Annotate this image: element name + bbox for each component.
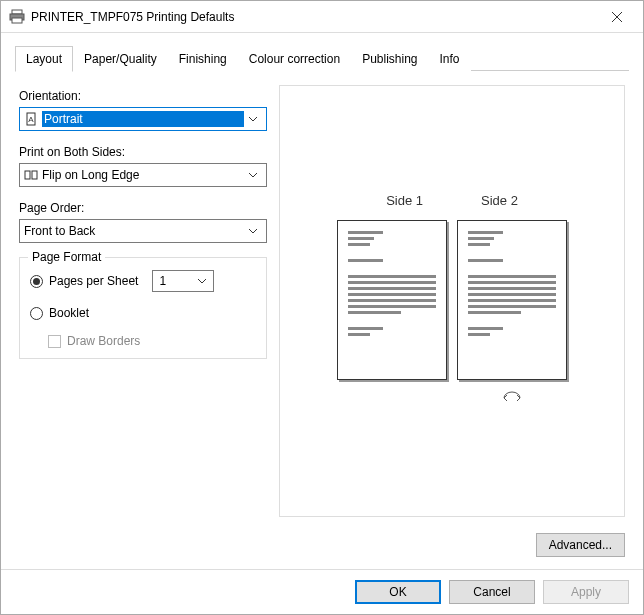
- printer-icon: [9, 9, 25, 25]
- portrait-icon: A: [24, 112, 38, 126]
- pages-per-sheet-radio-row[interactable]: Pages per Sheet 1: [30, 270, 256, 292]
- preview-page-2: [457, 220, 567, 380]
- dialog-footer: OK Cancel Apply: [1, 569, 643, 614]
- svg-rect-2: [12, 18, 22, 23]
- booklet-radio[interactable]: [30, 307, 43, 320]
- settings-column: Orientation: A Portrait Print on Both Si…: [19, 85, 267, 517]
- svg-rect-8: [32, 171, 37, 179]
- tab-colour-correction[interactable]: Colour correction: [238, 46, 351, 71]
- preview-pane: Side 1 Side 2: [279, 85, 625, 517]
- flip-long-edge-icon: [24, 168, 38, 182]
- pages-per-sheet-label: Pages per Sheet: [49, 274, 138, 288]
- dialog-window: PRINTER_TMPF075 Printing Defaults Layout…: [0, 0, 644, 615]
- orientation-value: Portrait: [42, 111, 244, 127]
- orientation-label: Orientation:: [19, 89, 267, 103]
- page-format-group: Page Format Pages per Sheet 1 Booklet: [19, 257, 267, 359]
- pages-per-sheet-radio[interactable]: [30, 275, 43, 288]
- page-order-value: Front to Back: [24, 224, 244, 238]
- preview-column: Side 1 Side 2: [279, 85, 625, 517]
- booklet-label: Booklet: [49, 306, 89, 320]
- preview-pages: [337, 220, 567, 380]
- side1-label: Side 1: [386, 193, 423, 208]
- draw-borders-row: Draw Borders: [48, 334, 256, 348]
- tab-paper-quality[interactable]: Paper/Quality: [73, 46, 168, 71]
- window-title: PRINTER_TMPF075 Printing Defaults: [31, 10, 597, 24]
- chevron-down-icon: [195, 279, 209, 284]
- ok-button[interactable]: OK: [355, 580, 441, 604]
- booklet-radio-row[interactable]: Booklet: [30, 306, 256, 320]
- draw-borders-label: Draw Borders: [67, 334, 140, 348]
- duplex-label: Print on Both Sides:: [19, 145, 267, 159]
- content-area: Layout Paper/Quality Finishing Colour co…: [1, 33, 643, 569]
- flip-icon: [502, 390, 522, 409]
- svg-rect-0: [12, 10, 22, 14]
- page-format-legend: Page Format: [28, 250, 105, 264]
- advanced-button[interactable]: Advanced...: [536, 533, 625, 557]
- draw-borders-checkbox: [48, 335, 61, 348]
- tab-publishing[interactable]: Publishing: [351, 46, 428, 71]
- chevron-down-icon: [244, 164, 262, 186]
- duplex-value: Flip on Long Edge: [42, 168, 244, 182]
- titlebar: PRINTER_TMPF075 Printing Defaults: [1, 1, 643, 33]
- chevron-down-icon: [244, 220, 262, 242]
- svg-text:A: A: [28, 115, 34, 124]
- tab-finishing[interactable]: Finishing: [168, 46, 238, 71]
- preview-page-1: [337, 220, 447, 380]
- side-labels: Side 1 Side 2: [386, 193, 518, 208]
- advanced-row: Advanced...: [15, 523, 629, 569]
- tab-info[interactable]: Info: [429, 46, 471, 71]
- orientation-dropdown[interactable]: A Portrait: [19, 107, 267, 131]
- page-order-label: Page Order:: [19, 201, 267, 215]
- tab-body: Orientation: A Portrait Print on Both Si…: [15, 71, 629, 523]
- apply-button: Apply: [543, 580, 629, 604]
- pages-per-sheet-value: 1: [159, 274, 195, 288]
- page-order-dropdown[interactable]: Front to Back: [19, 219, 267, 243]
- svg-rect-7: [25, 171, 30, 179]
- side2-label: Side 2: [481, 193, 518, 208]
- close-button[interactable]: [597, 3, 637, 31]
- tab-layout[interactable]: Layout: [15, 46, 73, 72]
- cancel-button[interactable]: Cancel: [449, 580, 535, 604]
- tab-strip: Layout Paper/Quality Finishing Colour co…: [15, 45, 629, 71]
- pages-per-sheet-dropdown[interactable]: 1: [152, 270, 214, 292]
- duplex-dropdown[interactable]: Flip on Long Edge: [19, 163, 267, 187]
- chevron-down-icon: [244, 108, 262, 130]
